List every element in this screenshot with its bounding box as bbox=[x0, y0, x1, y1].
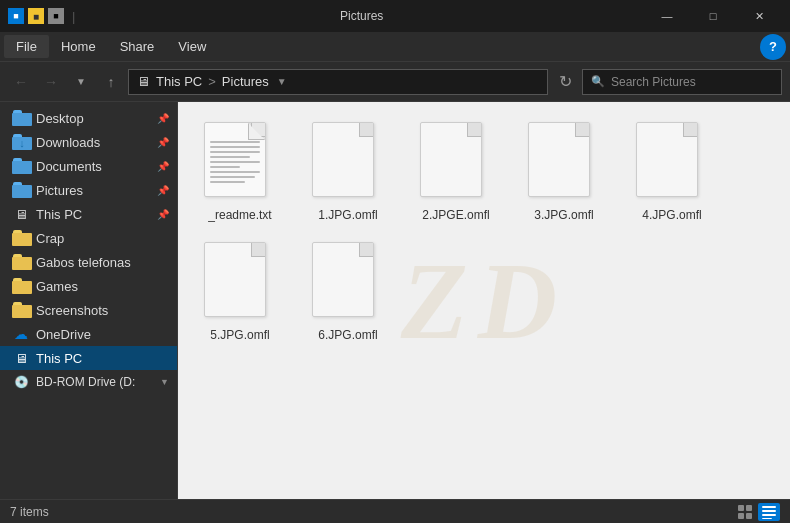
sidebar-label-crap: Crap bbox=[36, 231, 169, 246]
sidebar-item-downloads[interactable]: ↓ Downloads 📌 bbox=[0, 130, 177, 154]
file-item-1jpg[interactable]: 1.JPG.omfl bbox=[298, 114, 398, 226]
help-button[interactable]: ? bbox=[760, 34, 786, 60]
sidebar-item-onedrive[interactable]: ☁ OneDrive bbox=[0, 322, 177, 346]
sidebar-label-this-pc-quick: This PC bbox=[36, 207, 151, 222]
this-pc-icon: 🖥 bbox=[12, 349, 30, 367]
documents-pin-icon: 📌 bbox=[157, 161, 169, 172]
pictures-pin-icon: 📌 bbox=[157, 185, 169, 196]
file-5jpg-icon bbox=[204, 242, 276, 324]
minimize-button[interactable]: — bbox=[644, 0, 690, 32]
maximize-button[interactable]: □ bbox=[690, 0, 736, 32]
sidebar-item-games[interactable]: Games bbox=[0, 274, 177, 298]
file-area: ZD bbox=[178, 102, 790, 499]
sidebar-item-this-pc[interactable]: 🖥 This PC bbox=[0, 346, 177, 370]
svg-rect-3 bbox=[746, 513, 752, 519]
svg-rect-5 bbox=[762, 510, 776, 512]
title-bar: ■ ■ ■ | Pictures — □ ✕ bbox=[0, 0, 790, 32]
file-name-1jpg: 1.JPG.omfl bbox=[318, 208, 377, 222]
file-item-4jpg[interactable]: 4.JPG.omfl bbox=[622, 114, 722, 226]
sidebar-label-gabos: Gabos telefonas bbox=[36, 255, 169, 270]
window-controls: — □ ✕ bbox=[644, 0, 782, 32]
file-2jpge-icon bbox=[420, 122, 492, 204]
sidebar: Desktop 📌 ↓ Downloads 📌 bbox=[0, 102, 178, 499]
sidebar-item-this-pc-quick[interactable]: 🖥 This PC 📌 bbox=[0, 202, 177, 226]
up-button[interactable]: ↑ bbox=[98, 69, 124, 95]
sidebar-item-documents[interactable]: Documents 📌 bbox=[0, 154, 177, 178]
file-item-readme[interactable]: _readme.txt bbox=[190, 114, 290, 226]
status-item-count: 7 items bbox=[10, 505, 726, 519]
path-dropdown-arrow[interactable]: ▼ bbox=[277, 76, 287, 87]
crap-folder-icon bbox=[12, 229, 30, 247]
svg-rect-4 bbox=[762, 506, 776, 508]
sidebar-label-this-pc: This PC bbox=[36, 351, 169, 366]
path-separator-1: > bbox=[208, 74, 216, 89]
title-bar-separator: | bbox=[72, 9, 75, 24]
search-box[interactable]: 🔍 Search Pictures bbox=[582, 69, 782, 95]
menu-file[interactable]: File bbox=[4, 35, 49, 58]
this-pc-quick-pin-icon: 📌 bbox=[157, 209, 169, 220]
search-placeholder: Search Pictures bbox=[611, 75, 696, 89]
pictures-folder-icon bbox=[12, 181, 30, 199]
downloads-pin-icon: 📌 bbox=[157, 137, 169, 148]
file-item-5jpg[interactable]: 5.JPG.omfl bbox=[190, 234, 290, 346]
file-name-2jpge: 2.JPGE.omfl bbox=[422, 208, 489, 222]
sidebar-item-bddrive[interactable]: 💿 BD-ROM Drive (D: ▼ bbox=[0, 370, 177, 394]
sidebar-label-games: Games bbox=[36, 279, 169, 294]
svg-rect-2 bbox=[738, 513, 744, 519]
file-4jpg-icon bbox=[636, 122, 708, 204]
file-name-3jpg: 3.JPG.omfl bbox=[534, 208, 593, 222]
sidebar-item-desktop[interactable]: Desktop 📌 bbox=[0, 106, 177, 130]
file-name-6jpg: 6.JPG.omfl bbox=[318, 328, 377, 342]
view-buttons bbox=[734, 503, 780, 521]
watermark: ZD bbox=[401, 237, 568, 364]
view-grid-button[interactable] bbox=[734, 503, 756, 521]
menu-home[interactable]: Home bbox=[49, 35, 108, 58]
file-3jpg-icon bbox=[528, 122, 600, 204]
app-icon-blue: ■ bbox=[8, 8, 24, 24]
sidebar-item-screenshots[interactable]: Screenshots bbox=[0, 298, 177, 322]
file-item-3jpg[interactable]: 3.JPG.omfl bbox=[514, 114, 614, 226]
bddrive-icon: 💿 bbox=[12, 373, 30, 391]
back-button[interactable]: ← bbox=[8, 69, 34, 95]
path-location-icon: 🖥 bbox=[137, 74, 150, 89]
view-details-button[interactable] bbox=[758, 503, 780, 521]
sidebar-label-desktop: Desktop bbox=[36, 111, 151, 126]
file-item-6jpg[interactable]: 6.JPG.omfl bbox=[298, 234, 398, 346]
file-1jpg-icon bbox=[312, 122, 384, 204]
main-area: Desktop 📌 ↓ Downloads 📌 bbox=[0, 102, 790, 499]
address-path[interactable]: 🖥 This PC > Pictures ▼ bbox=[128, 69, 548, 95]
file-item-2jpge[interactable]: 2.JPGE.omfl bbox=[406, 114, 506, 226]
sidebar-label-bddrive: BD-ROM Drive (D: bbox=[36, 375, 154, 389]
forward-button[interactable]: → bbox=[38, 69, 64, 95]
bddrive-expand-icon: ▼ bbox=[160, 377, 169, 387]
file-name-5jpg: 5.JPG.omfl bbox=[210, 328, 269, 342]
screenshots-folder-icon bbox=[12, 301, 30, 319]
sidebar-label-pictures: Pictures bbox=[36, 183, 151, 198]
menu-share[interactable]: Share bbox=[108, 35, 167, 58]
sidebar-item-crap[interactable]: Crap bbox=[0, 226, 177, 250]
recent-locations-button[interactable]: ▼ bbox=[68, 69, 94, 95]
desktop-pin-icon: 📌 bbox=[157, 113, 169, 124]
file-name-readme: _readme.txt bbox=[208, 208, 271, 222]
address-bar: ← → ▼ ↑ 🖥 This PC > Pictures ▼ ↻ 🔍 Searc… bbox=[0, 62, 790, 102]
sidebar-label-onedrive: OneDrive bbox=[36, 327, 169, 342]
window-title: Pictures bbox=[85, 9, 638, 23]
app-icon-yellow: ■ bbox=[28, 8, 44, 24]
menu-view[interactable]: View bbox=[166, 35, 218, 58]
status-bar: 7 items bbox=[0, 499, 790, 523]
path-part-this-pc: This PC bbox=[156, 74, 202, 89]
search-icon: 🔍 bbox=[591, 75, 605, 88]
onedrive-icon: ☁ bbox=[12, 325, 30, 343]
sidebar-label-screenshots: Screenshots bbox=[36, 303, 169, 318]
refresh-button[interactable]: ↻ bbox=[552, 69, 578, 95]
title-bar-app-icons: ■ ■ ■ | bbox=[8, 8, 79, 24]
desktop-folder-icon bbox=[12, 109, 30, 127]
sidebar-item-gabos[interactable]: Gabos telefonas bbox=[0, 250, 177, 274]
path-part-pictures: Pictures bbox=[222, 74, 269, 89]
sidebar-item-pictures[interactable]: Pictures 📌 bbox=[0, 178, 177, 202]
svg-rect-1 bbox=[746, 505, 752, 511]
sidebar-label-documents: Documents bbox=[36, 159, 151, 174]
gabos-folder-icon bbox=[12, 253, 30, 271]
sidebar-label-downloads: Downloads bbox=[36, 135, 151, 150]
close-button[interactable]: ✕ bbox=[736, 0, 782, 32]
